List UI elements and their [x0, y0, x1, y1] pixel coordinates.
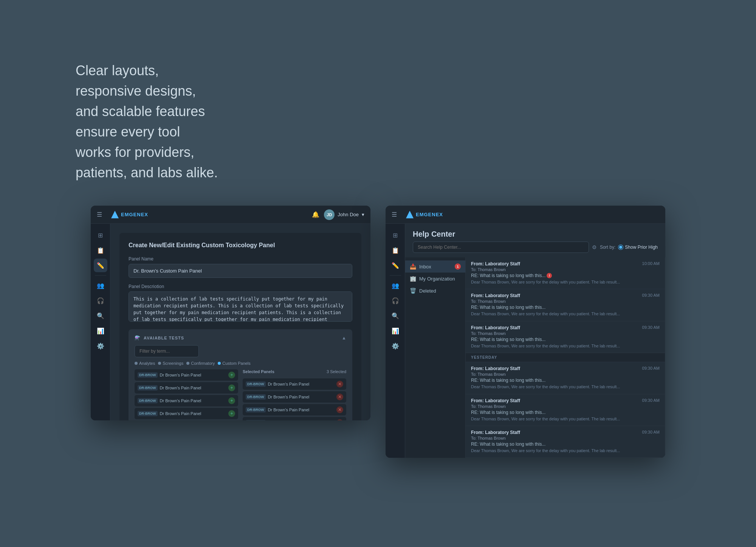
show-prior-high-option[interactable]: Show Prior High: [618, 245, 658, 250]
filter-analytes[interactable]: Analytes: [135, 361, 155, 366]
test-name: Dr Brown's Pain Panel: [268, 395, 310, 399]
user-menu[interactable]: JD John Doe ▾: [324, 209, 364, 220]
right-sidebar-edit[interactable]: ✏️: [389, 259, 402, 272]
list-item[interactable]: From: Laboratory Staff 09:30 AM To: Thom…: [466, 394, 665, 426]
msg-preview: Dear Thomas Brown, We are sorry for the …: [471, 416, 660, 422]
msg-subject: RE: What is taking so long with this...: [471, 337, 660, 342]
tests-filter-input[interactable]: [135, 345, 199, 357]
right-logo: EMGENEX: [406, 211, 443, 218]
right-sidebar-support[interactable]: 🎧: [389, 294, 402, 307]
filter-custom-panels[interactable]: Custom Panels: [218, 361, 251, 366]
deleted-label: Deleted: [419, 288, 436, 294]
filter-icon[interactable]: ⚙: [592, 244, 597, 250]
test-name: Dr Brown's Pain Panel: [268, 408, 310, 412]
msg-time: 09:30 AM: [642, 430, 660, 435]
test-item-left: DR-BROW Dr Brown's Pain Panel: [138, 385, 201, 390]
test-add-button[interactable]: +: [228, 372, 235, 378]
right-sidebar-settings[interactable]: ⚙️: [389, 339, 402, 353]
selected-count: 3 Selected: [327, 369, 346, 374]
filter-confirmatory[interactable]: Confirmatory: [186, 361, 215, 366]
list-item: DR-BROW Dr Brown's Pain Panel +: [135, 369, 238, 381]
analytes-dot: [135, 362, 138, 365]
test-add-button[interactable]: +: [228, 397, 235, 404]
left-sidebar: ⊞ 📋 ✏️ 👥 🎧 🔍 📊 ⚙️: [91, 224, 110, 420]
list-item: DR-BROW Dr Brown's Pain Panel +: [135, 382, 238, 394]
hamburger-icon[interactable]: ☰: [97, 211, 102, 218]
list-item[interactable]: From: Laboratory Staff 09:30 AM To: Thom…: [466, 289, 665, 321]
folder-panel: 📥 Inbox 1 🏢 My Organization 🗑️ Deleted: [405, 257, 466, 458]
right-sidebar-search[interactable]: 🔍: [389, 309, 402, 322]
list-item[interactable]: From: Laboratory Staff 09:30 AM To: Thom…: [466, 321, 665, 353]
folder-inbox[interactable]: 📥 Inbox 1: [405, 260, 465, 273]
right-topbar: ☰ EMGENEX: [386, 206, 665, 224]
test-remove-button[interactable]: ✕: [336, 419, 343, 420]
message-from-row: From: Laboratory Staff 09:30 AM: [471, 398, 660, 403]
msg-subject: RE: What is taking so long with this... …: [471, 273, 660, 278]
custom-dot: [218, 362, 221, 365]
logo-icon: [111, 211, 119, 218]
right-sidebar-dashboard[interactable]: ⊞: [389, 228, 402, 242]
tests-collapse-icon[interactable]: ▲: [342, 335, 346, 341]
test-item-left: DR-BROW Dr Brown's Pain Panel: [138, 411, 201, 416]
selected-tests-col: Selected Panels 3 Selected DR-BROW Dr Br…: [243, 369, 346, 420]
test-remove-button[interactable]: ✕: [336, 406, 343, 413]
show-prior-high-label: Show Prior High: [625, 245, 658, 250]
test-item-left: DR-BROW Dr Brown's Pain Panel: [246, 381, 309, 387]
sidebar-item-records[interactable]: 📋: [94, 243, 107, 257]
folder-deleted[interactable]: 🗑️ Deleted: [405, 285, 465, 297]
test-item-left: DR-BROW Dr Brown's Pain Panel: [138, 372, 201, 378]
panel-name-input[interactable]: [129, 264, 352, 278]
msg-to: To: Thomas Brown: [471, 299, 660, 304]
sort-label: Sort by:: [600, 245, 615, 250]
test-add-button[interactable]: +: [228, 384, 235, 391]
filter-screenings[interactable]: Screenings: [158, 361, 183, 366]
panel-description-label: Panel Descriotion: [129, 284, 352, 289]
msg-from: From: Laboratory Staff: [471, 366, 520, 371]
logo-text: EMGENEX: [121, 212, 148, 217]
sidebar-item-settings[interactable]: ⚙️: [94, 339, 107, 353]
date-divider: YESTERDAY: [466, 353, 665, 362]
sidebar-item-support[interactable]: 🎧: [94, 294, 107, 307]
list-item[interactable]: From: Laboratory Staff 09:30 AM To: Thom…: [466, 362, 665, 394]
test-badge: DR-BROW: [138, 398, 158, 403]
user-avatar: JD: [324, 209, 335, 220]
msg-preview: Dear Thomas Brown, We are sorry for the …: [471, 311, 660, 317]
right-window: ☰ EMGENEX ⊞ 📋 ✏️ 👥 🎧 🔍 📊: [386, 206, 665, 458]
inbox-icon: 📥: [410, 263, 416, 270]
list-item[interactable]: From: Laboratory Staff 09:30 AM To: Thom…: [466, 426, 665, 458]
list-item: DR-BROW Dr Brown's Pain Panel ✕: [243, 417, 346, 420]
test-item-left: DR-BROW Dr Brown's Pain Panel: [246, 420, 309, 420]
hero-section: Clear layouts, responsive designs, and s…: [0, 0, 219, 183]
left-window: ☰ EMGENEX 🔔 JD John Doe ▾: [91, 206, 370, 420]
right-sidebar-analytics[interactable]: 📊: [389, 324, 402, 338]
sidebar-item-analytics[interactable]: 📊: [94, 324, 107, 338]
confirmatory-label: Confirmatory: [191, 361, 215, 366]
left-topbar: ☰ EMGENEX 🔔 JD John Doe ▾: [91, 206, 370, 224]
panel-description-textarea[interactable]: This is a collection of lab tests specif…: [129, 291, 352, 322]
sidebar-item-edit[interactable]: ✏️: [94, 259, 107, 272]
right-sidebar-records[interactable]: 📋: [389, 243, 402, 257]
sidebar-item-users[interactable]: 👥: [94, 279, 107, 292]
list-item[interactable]: From: Laboratory Staff 10:00 AM To: Thom…: [466, 257, 665, 289]
available-tests-col: DR-BROW Dr Brown's Pain Panel + DR-BROW: [135, 369, 238, 420]
test-remove-button[interactable]: ✕: [336, 381, 343, 387]
folder-my-organization[interactable]: 🏢 My Organization: [405, 273, 465, 285]
organization-icon: 🏢: [410, 276, 416, 282]
sidebar-item-search[interactable]: 🔍: [94, 309, 107, 322]
msg-preview: Dear Thomas Brown, We are sorry for the …: [471, 343, 660, 349]
test-badge: DR-BROW: [246, 420, 266, 420]
left-main-content: Create New/Edit Existing Custom Toxicolo…: [110, 224, 370, 420]
topbar-icons: 🔔 JD John Doe ▾: [312, 209, 364, 220]
right-hamburger-icon[interactable]: ☰: [392, 211, 397, 218]
test-name: Dr Brown's Pain Panel: [160, 386, 201, 390]
help-center-body: 📥 Inbox 1 🏢 My Organization 🗑️ Deleted: [405, 257, 665, 458]
bell-icon[interactable]: 🔔: [312, 211, 319, 218]
right-sidebar-users[interactable]: 👥: [389, 279, 402, 292]
test-name: Dr Brown's Pain Panel: [268, 382, 310, 386]
test-badge: DR-BROW: [138, 372, 158, 378]
sidebar-item-dashboard[interactable]: ⊞: [94, 228, 107, 242]
help-search-input[interactable]: [413, 242, 589, 253]
test-add-button[interactable]: +: [228, 410, 235, 417]
test-remove-button[interactable]: ✕: [336, 394, 343, 400]
right-app-layout: ⊞ 📋 ✏️ 👥 🎧 🔍 📊 ⚙️ Help Center: [386, 224, 665, 458]
